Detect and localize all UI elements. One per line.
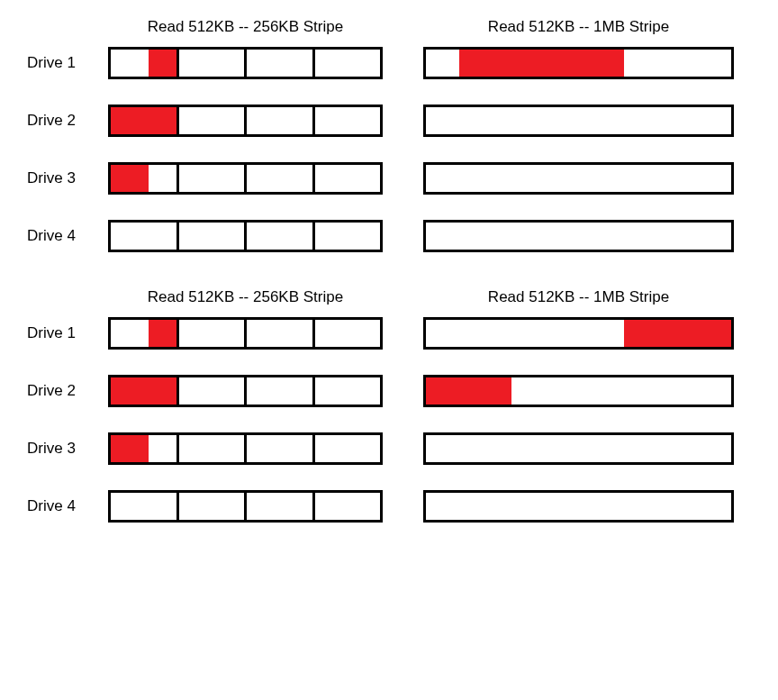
segment — [247, 435, 315, 462]
title-right: Read 512KB -- 1MB Stripe — [423, 288, 734, 306]
segment — [179, 165, 248, 192]
segment — [111, 435, 179, 462]
titles-row: Read 512KB -- 256KB StripeRead 512KB -- … — [108, 18, 769, 36]
segment-dividers — [111, 223, 380, 250]
drive-label: Drive 4 — [9, 227, 108, 245]
drive-label: Drive 1 — [9, 54, 108, 72]
title-left: Read 512KB -- 256KB Stripe — [108, 18, 383, 36]
segment — [179, 107, 248, 134]
segment — [315, 50, 381, 77]
segment-dividers — [111, 320, 380, 347]
stripe-bar-256kb — [108, 375, 383, 407]
stripe-bar-256kb — [108, 432, 383, 465]
segment — [247, 165, 315, 192]
scenario-block: Read 512KB -- 256KB StripeRead 512KB -- … — [9, 18, 769, 252]
stripe-bar-1mb — [423, 317, 734, 350]
drive-label: Drive 3 — [9, 440, 108, 458]
segment — [247, 493, 315, 520]
drive-row: Drive 1 — [9, 47, 769, 79]
segment-dividers — [111, 435, 380, 462]
title-right: Read 512KB -- 1MB Stripe — [423, 18, 734, 36]
read-fill — [426, 377, 511, 405]
drive-label: Drive 4 — [9, 497, 108, 515]
stripe-bar-1mb — [423, 162, 734, 195]
stripe-bar-1mb — [423, 375, 734, 407]
segment — [179, 435, 248, 462]
segment — [247, 320, 315, 347]
segment — [315, 377, 381, 405]
segment — [315, 493, 381, 520]
stripe-bar-256kb — [108, 47, 383, 79]
stripe-bar-256kb — [108, 162, 383, 195]
title-left: Read 512KB -- 256KB Stripe — [108, 288, 383, 306]
segment — [179, 377, 248, 405]
drive-label: Drive 2 — [9, 382, 108, 400]
stripe-bar-256kb — [108, 490, 383, 523]
segment — [315, 107, 381, 134]
drive-row: Drive 3 — [9, 432, 769, 465]
segment — [179, 320, 248, 347]
segment — [315, 223, 381, 250]
drive-row: Drive 3 — [9, 162, 769, 195]
segment-dividers — [111, 377, 380, 405]
stripe-bar-1mb — [423, 490, 734, 523]
segment — [111, 107, 179, 134]
segment — [179, 493, 248, 520]
segment — [111, 50, 179, 77]
drive-label: Drive 1 — [9, 324, 108, 342]
segment — [315, 320, 381, 347]
drive-row: Drive 1 — [9, 317, 769, 350]
titles-row: Read 512KB -- 256KB StripeRead 512KB -- … — [108, 288, 769, 306]
segment-dividers — [111, 165, 380, 192]
segment — [315, 435, 381, 462]
read-fill — [459, 50, 624, 77]
stripe-bar-1mb — [423, 47, 734, 79]
segment — [179, 50, 248, 77]
segment-dividers — [111, 493, 380, 520]
diagram-root: Read 512KB -- 256KB StripeRead 512KB -- … — [9, 18, 769, 523]
segment — [247, 50, 315, 77]
read-fill — [624, 320, 731, 347]
segment — [111, 165, 179, 192]
segment — [315, 165, 381, 192]
drive-row: Drive 4 — [9, 490, 769, 523]
stripe-bar-256kb — [108, 105, 383, 137]
drive-row: Drive 2 — [9, 105, 769, 137]
segment — [247, 377, 315, 405]
stripe-bar-1mb — [423, 432, 734, 465]
stripe-bar-1mb — [423, 105, 734, 137]
segment — [247, 223, 315, 250]
segment — [179, 223, 248, 250]
segment — [111, 320, 179, 347]
stripe-bar-256kb — [108, 317, 383, 350]
scenario-block: Read 512KB -- 256KB StripeRead 512KB -- … — [9, 288, 769, 523]
drive-row: Drive 2 — [9, 375, 769, 407]
stripe-bar-1mb — [423, 220, 734, 252]
segment-dividers — [111, 50, 380, 77]
segment — [111, 493, 179, 520]
segment-dividers — [111, 107, 380, 134]
drive-label: Drive 3 — [9, 169, 108, 187]
stripe-bar-256kb — [108, 220, 383, 252]
drive-label: Drive 2 — [9, 112, 108, 130]
segment — [111, 223, 179, 250]
segment — [111, 377, 179, 405]
segment — [247, 107, 315, 134]
drive-row: Drive 4 — [9, 220, 769, 252]
